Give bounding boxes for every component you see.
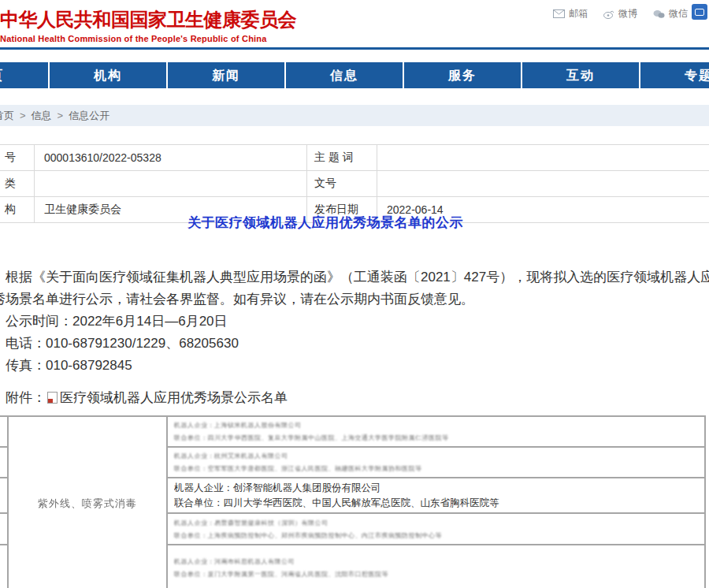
header-divider: [0, 47, 709, 50]
quick-link-mail-label: 邮箱: [569, 7, 588, 20]
breadcrumb: 首页>信息>信息公开: [0, 105, 110, 126]
scene-company-cell: 机器人企业：河南布科思机器人有限公司 联合单位：厦门大学附属第一医院、河南省人民…: [167, 545, 705, 588]
company-line: 机器人企业：杭州艾米机器人有限公司: [174, 450, 698, 463]
scene-row: 紫外线、喷雾式消毒 机器人企业：上海钛米机器人股份有限公司 联合单位：四川大学华…: [0, 416, 705, 447]
partners-line: 联合单位：厦门大学附属第一医院、河南省人民医院、沈阳市口腔医院等: [174, 568, 698, 581]
partners-line: 联合单位：空军军医大学唐都医院、浙江省人民医院、福建医科大学附属协和医院等: [174, 463, 698, 475]
scene-list-table: 紫外线、喷雾式消毒 机器人企业：上海钛米机器人股份有限公司 联合单位：四川大学华…: [0, 415, 706, 588]
meta-value-index: 000013610/2022-05328: [35, 145, 307, 171]
quick-link-mail[interactable]: 邮箱: [553, 7, 588, 20]
scene-company-cell: 机器人企业：易普森智慧健康科技（深圳）有限公司 联合单位：上海疾病预防控制中心、…: [167, 513, 705, 545]
weibo-icon: [603, 9, 614, 19]
quick-link-wechat[interactable]: 微信: [653, 7, 688, 20]
company-line: 机器人企业：上海钛米机器人股份有限公司: [174, 419, 698, 432]
scene-category-label: 紫外线、喷雾式消毒: [9, 497, 166, 511]
nav-item-home[interactable]: 首页: [0, 62, 50, 88]
breadcrumb-band: 首页>信息>信息公开: [0, 105, 709, 126]
pdf-doc-icon: [47, 392, 58, 404]
scene-company-cell: 机器人企业：上海钛米机器人股份有限公司 联合单位：四川大学华西医院、复旦大学附属…: [167, 416, 705, 447]
announcement-period-line: 公示时间：2022年6月14日—6月20日: [0, 311, 709, 333]
meta-value-subject: [377, 145, 709, 171]
meta-label-category: 主题分类: [0, 177, 16, 191]
main-nav: 首页 机构 新闻 信息 服务 互动 专题: [0, 62, 709, 88]
breadcrumb-separator: >: [58, 110, 64, 121]
nav-item-info[interactable]: 信息: [286, 62, 404, 88]
mail-icon: [553, 9, 565, 18]
breadcrumb-link-info[interactable]: 信息: [32, 110, 52, 121]
company-line: 机器人企业：河南布科思机器人有限公司: [174, 556, 698, 568]
meta-row: 索引号 000013610/2022-05328 主 题 词: [0, 145, 709, 171]
nav-item-interact[interactable]: 互动: [522, 62, 640, 88]
corner-blue-badge[interactable]: [692, 4, 707, 20]
scene-number-cell: [0, 545, 8, 588]
scene-company-cell: 机器人企业：杭州艾米机器人有限公司 联合单位：空军军医大学唐都医院、浙江省人民医…: [167, 447, 705, 478]
nav-item-news[interactable]: 新闻: [168, 62, 286, 88]
breadcrumb-separator: >: [20, 110, 26, 121]
company-line: 机器人企业：创泽智能机器人集团股份有限公司: [174, 481, 698, 496]
partners-line: 联合单位：上海疾病预防控制中心、郑州市疾病预防控制中心、内江市疾病预防控制中心等: [174, 530, 698, 542]
attachment-prefix: 附件：: [6, 390, 46, 405]
nav-item-topics[interactable]: 专题: [640, 62, 709, 88]
meta-value-category: [35, 171, 307, 197]
fax-line: 传真：010-68792845: [0, 355, 709, 377]
meta-label-index: 索引号: [0, 151, 16, 165]
site-logo: 中华人民共和国国家卫生健康委员会 National Health Commiss…: [0, 8, 296, 43]
breadcrumb-link-home[interactable]: 首页: [0, 110, 14, 121]
site-title-cn: 中华人民共和国国家卫生健康委员会: [0, 8, 296, 32]
partners-line: 联合单位：四川大学华西医院、复旦大学附属中山医院、上海交通大学医学院附属仁济医院…: [174, 432, 698, 445]
scene-number-cell: [0, 513, 8, 545]
quick-link-weibo[interactable]: 微博: [603, 7, 637, 20]
scene-number-cell: [0, 447, 8, 478]
meta-value-doc-number: [377, 171, 709, 197]
attachment-link[interactable]: 医疗领域机器人应用优秀场景公示名单: [60, 390, 288, 405]
page: 中华人民共和国国家卫生健康委员会 National Health Commiss…: [0, 0, 709, 588]
nav-item-orgs[interactable]: 机构: [50, 62, 168, 88]
phone-line: 电话：010-68791230/1229、68205630: [0, 333, 709, 355]
meta-row: 主题分类 文号: [0, 171, 709, 197]
quick-link-wechat-label: 微信: [669, 7, 688, 20]
article-body: 根据《关于面向医疗领域征集机器人典型应用场景的函》（工通装函〔2021〕427号…: [0, 266, 709, 377]
scene-number-cell: [0, 478, 8, 513]
quick-link-weibo-label: 微博: [618, 7, 637, 20]
partners-line: 联合单位：四川大学华西医院、中国人民解放军总医院、山东省胸科医院等: [174, 496, 698, 511]
header-quick-links: 邮箱 微博 微信: [553, 7, 688, 20]
scene-number-cell: [0, 416, 8, 447]
site-title-en: National Health Commission of the People…: [0, 34, 296, 43]
scene-category-cell: 紫外线、喷雾式消毒: [8, 416, 167, 588]
wechat-icon: [653, 9, 665, 19]
company-line: 机器人企业：易普森智慧健康科技（深圳）有限公司: [174, 517, 698, 530]
meta-label-subject: 主 题 词: [307, 145, 377, 171]
scene-company-cell: 机器人企业：创泽智能机器人集团股份有限公司 联合单位：四川大学华西医院、中国人民…: [167, 478, 705, 513]
attachment-line: 附件：医疗领域机器人应用优秀场景公示名单: [0, 387, 709, 409]
meta-label-doc-number: 文号: [307, 171, 377, 197]
article-paragraph: 根据《关于面向医疗领域征集机器人典型应用场景的函》（工通装函〔2021〕427号…: [0, 266, 709, 311]
page-title: 关于医疗领域机器人应用优秀场景名单的公示: [0, 211, 709, 235]
breadcrumb-current[interactable]: 信息公开: [69, 110, 110, 121]
nav-item-service[interactable]: 服务: [404, 62, 522, 88]
